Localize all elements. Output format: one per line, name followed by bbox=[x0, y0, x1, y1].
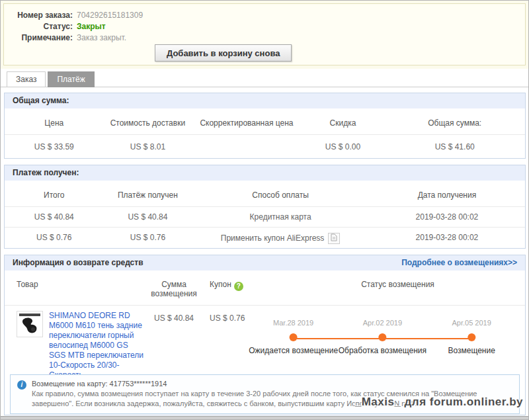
help-icon[interactable]: ? bbox=[234, 282, 243, 291]
refund-details-link[interactable]: Подробнее о возмещениях>> bbox=[401, 255, 517, 271]
timeline-dot bbox=[290, 333, 298, 341]
received-value: US $ 0.76 bbox=[104, 233, 192, 244]
payment-section-header: Платеж получен: bbox=[5, 165, 525, 181]
timeline-stop-processing: Apr.02 2019 Обработка возмещения bbox=[339, 319, 427, 355]
col-product: Товар bbox=[5, 280, 143, 298]
order-status-row: Статус: Закрыт bbox=[4, 21, 525, 32]
timeline-label: Ожидается возмещение bbox=[249, 346, 338, 355]
total-section-header: Общая сумма: bbox=[5, 93, 525, 108]
col-refund-status: Статус возмещения bbox=[270, 280, 525, 298]
total-section-title: Общая сумма: bbox=[13, 93, 69, 108]
payment-method-value: Применить купон AliExpress bbox=[192, 233, 369, 244]
order-number-label: Номер заказа: bbox=[4, 10, 73, 21]
total-table-row: US $ 33.59 US $ 8.01 US $ 0.00 US $ 41.6… bbox=[5, 135, 525, 159]
total-table-header: Цена Стоимость доставки Скорректированна… bbox=[5, 108, 525, 134]
tab-order[interactable]: Заказ bbox=[7, 71, 46, 87]
tab-payment[interactable]: Платёж bbox=[48, 71, 94, 87]
col-subtotal: Итого bbox=[5, 190, 104, 200]
timeline-date: Apr.02 2019 bbox=[339, 319, 427, 331]
timeline-stop-refunded: Apr.05 2019 Возмещение bbox=[448, 319, 495, 355]
receive-date-value: 2019-03-28 00:02 bbox=[369, 212, 525, 222]
timeline-date: Apr.05 2019 bbox=[448, 319, 495, 331]
bottom-border-strip bbox=[1, 416, 528, 419]
order-note-label: Примечание: bbox=[4, 32, 73, 44]
order-note-row: Примечание: Заказ закрыт. bbox=[4, 32, 525, 44]
shipping-cost-value: US $ 8.01 bbox=[104, 142, 192, 151]
refund-card-line: Возмещение на карту: 417753******1914 bbox=[32, 379, 511, 389]
payment-table-header: Итого Платёж получен Способ оплаты Дата … bbox=[5, 181, 525, 206]
timeline-dot bbox=[378, 333, 386, 341]
coupon-method-label: Применить купон AliExpress bbox=[221, 233, 325, 243]
payment-row-coupon: US $ 0.76 US $ 0.76 Применить купон AliE… bbox=[5, 228, 525, 249]
order-number-value: 704292615181309 bbox=[77, 10, 143, 21]
order-summary-band: Номер заказа: 704292615181309 Статус: За… bbox=[1, 1, 528, 69]
product-thumbnail[interactable] bbox=[17, 311, 43, 337]
payment-section-title: Платеж получен: bbox=[13, 165, 79, 181]
info-icon: i bbox=[17, 380, 26, 390]
subtotal-value: US $ 0.76 bbox=[5, 233, 104, 244]
refund-section-title: Информация о возврате средств bbox=[13, 255, 143, 271]
refund-table-header: Товар Сумма возмещения Купон? Статус воз… bbox=[5, 271, 525, 305]
order-summary-box: Номер заказа: 704292615181309 Статус: За… bbox=[3, 3, 526, 65]
derailleur-image bbox=[17, 312, 42, 337]
add-to-cart-button[interactable]: Добавить в корзину снова bbox=[155, 44, 292, 62]
received-value: US $ 40.84 bbox=[104, 212, 192, 222]
payment-method-value: Кредитная карта bbox=[192, 212, 369, 222]
col-total-amount: Общая сумма: bbox=[384, 118, 524, 128]
col-payment-method: Способ оплаты bbox=[192, 190, 369, 200]
col-discount: Скидка bbox=[302, 118, 385, 128]
coupon-header-label: Купон bbox=[210, 280, 231, 289]
price-value: US $ 33.59 bbox=[5, 142, 104, 151]
order-number-row: Номер заказа: 704292615181309 bbox=[4, 10, 525, 21]
total-amount-value: US $ 41.60 bbox=[384, 142, 524, 151]
order-status-label: Статус: bbox=[4, 21, 73, 32]
refund-timeline: Mar.28 2019 Ожидается возмещение Apr.02 … bbox=[270, 319, 525, 361]
discount-value: US $ 0.00 bbox=[302, 142, 385, 151]
timeline-date: Mar.28 2019 bbox=[249, 319, 338, 331]
subtotal-value: US $ 40.84 bbox=[5, 212, 104, 222]
refund-section-header: Информация о возврате средств Подробнее … bbox=[5, 255, 525, 271]
col-adjusted-price: Скорректированная цена bbox=[192, 118, 301, 128]
total-amount-section: Общая сумма: Цена Стоимость доставки Ско… bbox=[4, 93, 526, 159]
timeline-label: Обработка возмещения bbox=[339, 346, 427, 355]
payment-row-card: US $ 40.84 US $ 40.84 Кредитная карта 20… bbox=[5, 207, 525, 227]
adjusted-price-value bbox=[192, 142, 301, 151]
col-coupon: Купон? bbox=[204, 280, 270, 298]
col-price: Цена bbox=[5, 118, 104, 128]
product-title-link[interactable]: SHIMANO DEORE RD M6000 M610 тень задние … bbox=[49, 311, 143, 380]
order-note-value: Заказ закрыт. bbox=[77, 32, 126, 44]
order-tabs: Заказ Платёж bbox=[7, 71, 95, 87]
payment-received-section: Платеж получен: Итого Платёж получен Спо… bbox=[4, 165, 526, 249]
forum-watermark: _Maxis_ для forum.onliner.by bbox=[355, 396, 523, 409]
timeline-stop-expected: Mar.28 2019 Ожидается возмещение bbox=[249, 319, 338, 355]
receive-date-value: 2019-03-28 00:02 bbox=[369, 233, 525, 244]
col-receive-date: Дата получения bbox=[369, 190, 525, 200]
order-status-badge: Закрыт bbox=[77, 21, 106, 32]
col-refund-amount: Сумма возмещения bbox=[143, 280, 204, 298]
timeline-dot bbox=[468, 333, 475, 341]
refund-info-section: Информация о возврате средств Подробнее … bbox=[4, 255, 526, 415]
col-payment-received: Платёж получен bbox=[104, 190, 192, 200]
timeline-label: Возмещение bbox=[448, 346, 495, 355]
order-detail-page: Номер заказа: 704292615181309 Статус: За… bbox=[0, 0, 529, 420]
coupon-document-icon[interactable] bbox=[328, 233, 340, 244]
col-shipping-cost: Стоимость доставки bbox=[104, 118, 192, 128]
